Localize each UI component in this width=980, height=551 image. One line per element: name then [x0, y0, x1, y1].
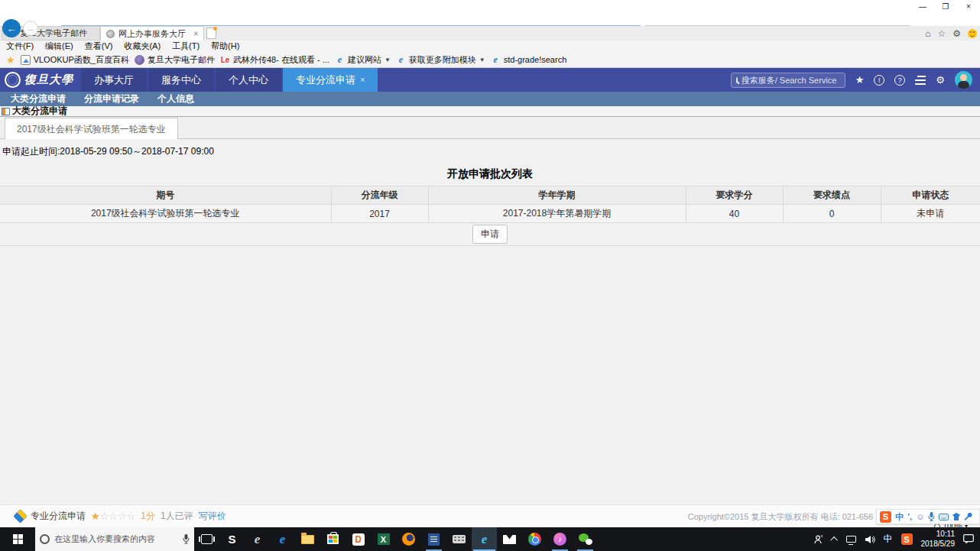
menu-file[interactable]: 文件(F) — [6, 41, 34, 52]
tab-close-icon[interactable]: × — [360, 68, 365, 92]
tab-close-icon[interactable]: × — [193, 30, 198, 38]
action-center-icon[interactable] — [963, 534, 974, 544]
maximize-button[interactable]: ❒ — [934, 0, 957, 12]
browser-tab-row: 复旦大学电子邮件 网上办事服务大厅 × ⌂ ☆ ⚙ — [0, 26, 980, 41]
settings-gear-icon[interactable]: ⚙ — [952, 28, 961, 39]
browser-tab-ehall[interactable]: 网上办事服务大厅 × — [100, 26, 204, 41]
menu-help[interactable]: 帮助(H) — [211, 41, 239, 52]
write-review-link[interactable]: 写评价 — [199, 510, 226, 523]
baidu-favicon-icon — [21, 55, 31, 65]
help-icon[interactable]: ? — [894, 75, 905, 86]
back-button[interactable]: ← — [2, 19, 21, 37]
firefox-icon — [402, 533, 415, 546]
ime-punct-indicator[interactable]: ’, — [907, 512, 912, 521]
portal-subnav: 大类分流申请 分流申请记录 个人信息 — [0, 92, 980, 106]
edge-icon: e — [280, 532, 286, 547]
cell-credits: 40 — [686, 205, 783, 223]
menu-edit[interactable]: 编辑(E) — [45, 41, 73, 52]
menu-tools[interactable]: 工具(T) — [172, 41, 200, 52]
taskbar-search-box[interactable]: 在这里输入你要搜索的内容 — [35, 527, 194, 551]
cell-gpa: 0 — [783, 205, 881, 223]
toolbox-wrench-icon[interactable] — [964, 513, 972, 521]
skin-shirt-icon[interactable] — [952, 513, 960, 521]
app-potplayer[interactable]: D — [346, 527, 371, 551]
apply-button-row: 申请 — [0, 222, 980, 246]
table-row[interactable]: 2017级社会科学试验班第一轮选专业 2017 2017-2018学年第暑期学期… — [0, 205, 980, 223]
subnav-application-records[interactable]: 分流申请记录 — [84, 92, 139, 105]
chevron-down-icon: ▼ — [385, 57, 391, 63]
start-button[interactable] — [0, 527, 35, 551]
menu-favorites[interactable]: 收藏夹(A) — [124, 41, 161, 52]
gear-icon[interactable]: ⚙ — [936, 74, 945, 86]
app-word-document[interactable] — [421, 527, 446, 551]
task-view-button[interactable] — [194, 527, 219, 551]
nav-service-hall[interactable]: 办事大厅 — [81, 68, 147, 92]
ime-mode-indicator[interactable]: 中 — [895, 511, 904, 523]
svg-text:ᴿ: ᴿ — [821, 535, 823, 539]
service-search-input[interactable] — [741, 76, 850, 85]
col-header-status: 申请状态 — [881, 186, 980, 205]
app-ie-pinned[interactable]: e — [245, 527, 270, 551]
batch-tab[interactable]: 2017级社会科学试验班第一轮选专业 — [5, 118, 178, 139]
apply-button[interactable]: 申请 — [472, 225, 508, 244]
app-pinwheel[interactable]: S — [219, 527, 245, 551]
app-input-keyboard[interactable] — [446, 527, 472, 551]
favorite-label: 获取更多附加模块 — [409, 54, 476, 66]
favorite-item[interactable]: e 建议网站 ▼ — [335, 54, 391, 66]
nav-personal-center[interactable]: 个人中心 — [216, 68, 281, 92]
sogou-ime-bar[interactable]: S 中 ’, ☺ — [876, 509, 980, 524]
close-button[interactable]: × — [957, 0, 980, 12]
subnav-category-application[interactable]: 大类分流申请 — [11, 92, 66, 105]
app-itunes[interactable]: ♪ — [547, 527, 573, 551]
nav-tab-major-application[interactable]: 专业分流申请 × — [283, 68, 378, 92]
rating-stars[interactable]: ★☆☆☆☆ — [91, 510, 135, 522]
network-icon[interactable] — [846, 536, 856, 543]
task-view-icon — [201, 534, 213, 544]
sogou-logo-icon[interactable]: S — [880, 511, 891, 523]
favorites-star-icon[interactable]: ☆ — [937, 28, 946, 39]
excel-icon: X — [378, 533, 390, 545]
favorite-item[interactable]: e std-grade!search — [491, 55, 567, 65]
app-file-explorer[interactable] — [295, 527, 320, 551]
people-icon[interactable]: ᴿ — [814, 535, 824, 544]
app-firefox[interactable] — [396, 527, 421, 551]
favorite-item[interactable]: VLOOKUP函数_百度百科 — [21, 54, 129, 66]
app-edge[interactable]: e — [270, 527, 295, 551]
menu-view[interactable]: 查看(V) — [85, 41, 113, 52]
volume-icon[interactable] — [865, 535, 875, 544]
tray-ime-indicator[interactable]: 中 — [884, 533, 893, 546]
batch-table: 期号 分流年级 学年学期 要求学分 要求绩点 申请状态 2017级社会科学试验班… — [0, 186, 980, 223]
app-excel[interactable]: X — [371, 527, 396, 551]
tray-chevron-up-icon[interactable] — [832, 536, 838, 542]
microphone-icon[interactable] — [183, 534, 190, 544]
feedback-smiley-icon[interactable] — [968, 29, 977, 38]
star-icon[interactable]: ★ — [855, 74, 865, 86]
add-favorite-star-icon[interactable]: ★ — [6, 54, 15, 66]
service-search-box[interactable] — [731, 73, 845, 88]
minimize-button[interactable]: — — [911, 0, 934, 12]
favorite-label: VLOOKUP函数_百度百科 — [34, 54, 129, 66]
forward-button[interactable]: → — [23, 21, 38, 36]
new-tab-button[interactable] — [206, 28, 216, 39]
app-microsoft-store[interactable] — [320, 527, 346, 551]
microphone-icon[interactable] — [928, 512, 935, 521]
app-ie-active[interactable]: e — [472, 527, 497, 551]
emoji-icon[interactable]: ☺ — [916, 512, 924, 521]
list-icon[interactable] — [915, 79, 926, 81]
app-wechat[interactable] — [573, 527, 598, 551]
section-header: 大类分流申请 — [0, 106, 980, 117]
home-icon[interactable]: ⌂ — [925, 28, 930, 39]
university-name: 復旦大學 — [24, 73, 73, 87]
app-mail[interactable] — [497, 527, 522, 551]
user-avatar[interactable] — [955, 71, 972, 89]
app-chrome[interactable] — [522, 527, 547, 551]
favorite-item[interactable]: Le 武林外传48- 在线观看 - ... — [220, 54, 329, 66]
favorite-item[interactable]: 复旦大学电子邮件 — [135, 54, 215, 66]
nav-service-center[interactable]: 服务中心 — [148, 68, 214, 92]
keyboard-icon[interactable] — [939, 514, 949, 520]
tray-sogou-icon[interactable]: S — [901, 533, 913, 545]
info-icon[interactable]: ! — [874, 75, 884, 86]
favorite-item[interactable]: e 获取更多附加模块 ▼ — [396, 54, 485, 66]
subnav-personal-info[interactable]: 个人信息 — [157, 92, 194, 105]
taskbar-clock[interactable]: 10:11 2018/5/29 — [921, 530, 956, 549]
